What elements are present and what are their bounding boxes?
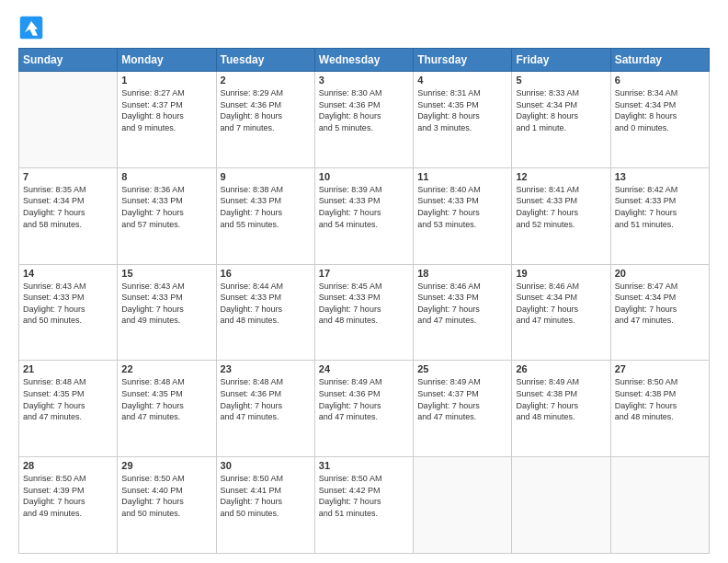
day-number: 31 [319, 460, 409, 471]
day-number: 5 [516, 75, 606, 86]
logo [18, 15, 48, 40]
day-number: 8 [121, 171, 211, 182]
calendar-cell: 20Sunrise: 8:47 AM Sunset: 4:34 PM Dayli… [610, 264, 709, 361]
cell-text: Sunrise: 8:27 AM Sunset: 4:37 PM Dayligh… [121, 87, 211, 133]
day-number: 28 [23, 460, 113, 471]
calendar-week-3: 14Sunrise: 8:43 AM Sunset: 4:33 PM Dayli… [19, 264, 710, 361]
cell-text: Sunrise: 8:49 AM Sunset: 4:37 PM Dayligh… [417, 376, 507, 422]
day-number: 25 [417, 363, 507, 374]
calendar-cell: 22Sunrise: 8:48 AM Sunset: 4:35 PM Dayli… [118, 361, 216, 457]
day-number: 18 [417, 268, 507, 279]
day-number: 27 [615, 363, 705, 374]
calendar-cell: 6Sunrise: 8:34 AM Sunset: 4:34 PM Daylig… [610, 72, 709, 168]
calendar-cell: 23Sunrise: 8:48 AM Sunset: 4:36 PM Dayli… [216, 361, 314, 457]
weekday-sunday: Sunday [19, 49, 118, 72]
cell-text: Sunrise: 8:36 AM Sunset: 4:33 PM Dayligh… [121, 184, 211, 230]
cell-text: Sunrise: 8:47 AM Sunset: 4:34 PM Dayligh… [615, 281, 705, 327]
calendar-cell: 2Sunrise: 8:29 AM Sunset: 4:36 PM Daylig… [216, 72, 314, 168]
calendar-cell: 26Sunrise: 8:49 AM Sunset: 4:38 PM Dayli… [512, 361, 610, 457]
cell-text: Sunrise: 8:29 AM Sunset: 4:36 PM Dayligh… [221, 87, 311, 133]
day-number: 16 [221, 268, 311, 279]
cell-text: Sunrise: 8:43 AM Sunset: 4:33 PM Dayligh… [23, 281, 113, 327]
cell-text: Sunrise: 8:46 AM Sunset: 4:33 PM Dayligh… [417, 281, 507, 327]
weekday-saturday: Saturday [610, 49, 709, 72]
calendar-cell: 18Sunrise: 8:46 AM Sunset: 4:33 PM Dayli… [414, 264, 512, 361]
cell-text: Sunrise: 8:50 AM Sunset: 4:39 PM Dayligh… [23, 473, 113, 519]
header [18, 15, 710, 40]
calendar-cell: 24Sunrise: 8:49 AM Sunset: 4:36 PM Dayli… [314, 361, 413, 457]
day-number: 9 [221, 171, 311, 182]
cell-text: Sunrise: 8:41 AM Sunset: 4:33 PM Dayligh… [516, 184, 606, 230]
cell-text: Sunrise: 8:43 AM Sunset: 4:33 PM Dayligh… [121, 281, 211, 327]
weekday-thursday: Thursday [414, 49, 512, 72]
day-number: 23 [221, 363, 311, 374]
day-number: 1 [121, 75, 211, 86]
calendar-cell: 3Sunrise: 8:30 AM Sunset: 4:36 PM Daylig… [314, 72, 413, 168]
day-number: 10 [319, 171, 409, 182]
day-number: 13 [615, 171, 705, 182]
day-number: 2 [221, 75, 311, 86]
cell-text: Sunrise: 8:50 AM Sunset: 4:40 PM Dayligh… [121, 473, 211, 519]
calendar-cell: 16Sunrise: 8:44 AM Sunset: 4:33 PM Dayli… [216, 264, 314, 361]
weekday-wednesday: Wednesday [314, 49, 413, 72]
calendar-cell: 29Sunrise: 8:50 AM Sunset: 4:40 PM Dayli… [118, 457, 216, 554]
calendar-week-1: 1Sunrise: 8:27 AM Sunset: 4:37 PM Daylig… [19, 72, 710, 168]
calendar-table: SundayMondayTuesdayWednesdayThursdayFrid… [18, 48, 710, 554]
cell-text: Sunrise: 8:49 AM Sunset: 4:38 PM Dayligh… [516, 376, 606, 422]
calendar-cell: 25Sunrise: 8:49 AM Sunset: 4:37 PM Dayli… [414, 361, 512, 457]
calendar-cell: 8Sunrise: 8:36 AM Sunset: 4:33 PM Daylig… [118, 167, 216, 264]
cell-text: Sunrise: 8:50 AM Sunset: 4:38 PM Dayligh… [615, 376, 705, 422]
day-number: 14 [23, 268, 113, 279]
day-number: 11 [417, 171, 507, 182]
calendar-cell: 7Sunrise: 8:35 AM Sunset: 4:34 PM Daylig… [19, 167, 118, 264]
cell-text: Sunrise: 8:44 AM Sunset: 4:33 PM Dayligh… [221, 281, 311, 327]
calendar-week-4: 21Sunrise: 8:48 AM Sunset: 4:35 PM Dayli… [19, 361, 710, 457]
calendar-cell: 19Sunrise: 8:46 AM Sunset: 4:34 PM Dayli… [512, 264, 610, 361]
calendar-cell: 13Sunrise: 8:42 AM Sunset: 4:33 PM Dayli… [610, 167, 709, 264]
calendar-cell: 11Sunrise: 8:40 AM Sunset: 4:33 PM Dayli… [414, 167, 512, 264]
calendar-cell: 9Sunrise: 8:38 AM Sunset: 4:33 PM Daylig… [216, 167, 314, 264]
cell-text: Sunrise: 8:48 AM Sunset: 4:35 PM Dayligh… [121, 376, 211, 422]
calendar-cell [512, 457, 610, 554]
calendar-cell: 21Sunrise: 8:48 AM Sunset: 4:35 PM Dayli… [19, 361, 118, 457]
calendar-week-5: 28Sunrise: 8:50 AM Sunset: 4:39 PM Dayli… [19, 457, 710, 554]
calendar-cell: 5Sunrise: 8:33 AM Sunset: 4:34 PM Daylig… [512, 72, 610, 168]
day-number: 19 [516, 268, 606, 279]
day-number: 22 [121, 363, 211, 374]
calendar-cell: 1Sunrise: 8:27 AM Sunset: 4:37 PM Daylig… [118, 72, 216, 168]
day-number: 7 [23, 171, 113, 182]
cell-text: Sunrise: 8:30 AM Sunset: 4:36 PM Dayligh… [319, 87, 409, 133]
day-number: 3 [319, 75, 409, 86]
cell-text: Sunrise: 8:49 AM Sunset: 4:36 PM Dayligh… [319, 376, 409, 422]
cell-text: Sunrise: 8:48 AM Sunset: 4:35 PM Dayligh… [23, 376, 113, 422]
calendar-cell [610, 457, 709, 554]
calendar-cell: 15Sunrise: 8:43 AM Sunset: 4:33 PM Dayli… [118, 264, 216, 361]
cell-text: Sunrise: 8:31 AM Sunset: 4:35 PM Dayligh… [417, 87, 507, 133]
cell-text: Sunrise: 8:39 AM Sunset: 4:33 PM Dayligh… [319, 184, 409, 230]
day-number: 12 [516, 171, 606, 182]
cell-text: Sunrise: 8:38 AM Sunset: 4:33 PM Dayligh… [221, 184, 311, 230]
calendar-cell [19, 72, 118, 168]
cell-text: Sunrise: 8:48 AM Sunset: 4:36 PM Dayligh… [221, 376, 311, 422]
day-number: 4 [417, 75, 507, 86]
calendar-cell: 17Sunrise: 8:45 AM Sunset: 4:33 PM Dayli… [314, 264, 413, 361]
day-number: 30 [221, 460, 311, 471]
cell-text: Sunrise: 8:50 AM Sunset: 4:42 PM Dayligh… [319, 473, 409, 519]
cell-text: Sunrise: 8:40 AM Sunset: 4:33 PM Dayligh… [417, 184, 507, 230]
day-number: 26 [516, 363, 606, 374]
calendar-body: 1Sunrise: 8:27 AM Sunset: 4:37 PM Daylig… [19, 72, 710, 554]
cell-text: Sunrise: 8:34 AM Sunset: 4:34 PM Dayligh… [615, 87, 705, 133]
day-number: 20 [615, 268, 705, 279]
day-number: 21 [23, 363, 113, 374]
calendar-cell [414, 457, 512, 554]
day-number: 6 [615, 75, 705, 86]
calendar-cell: 28Sunrise: 8:50 AM Sunset: 4:39 PM Dayli… [19, 457, 118, 554]
calendar-cell: 31Sunrise: 8:50 AM Sunset: 4:42 PM Dayli… [314, 457, 413, 554]
calendar-cell: 12Sunrise: 8:41 AM Sunset: 4:33 PM Dayli… [512, 167, 610, 264]
page: SundayMondayTuesdayWednesdayThursdayFrid… [0, 0, 728, 563]
cell-text: Sunrise: 8:42 AM Sunset: 4:33 PM Dayligh… [615, 184, 705, 230]
day-number: 17 [319, 268, 409, 279]
logo-icon [18, 15, 44, 40]
cell-text: Sunrise: 8:50 AM Sunset: 4:41 PM Dayligh… [221, 473, 311, 519]
calendar-cell: 14Sunrise: 8:43 AM Sunset: 4:33 PM Dayli… [19, 264, 118, 361]
